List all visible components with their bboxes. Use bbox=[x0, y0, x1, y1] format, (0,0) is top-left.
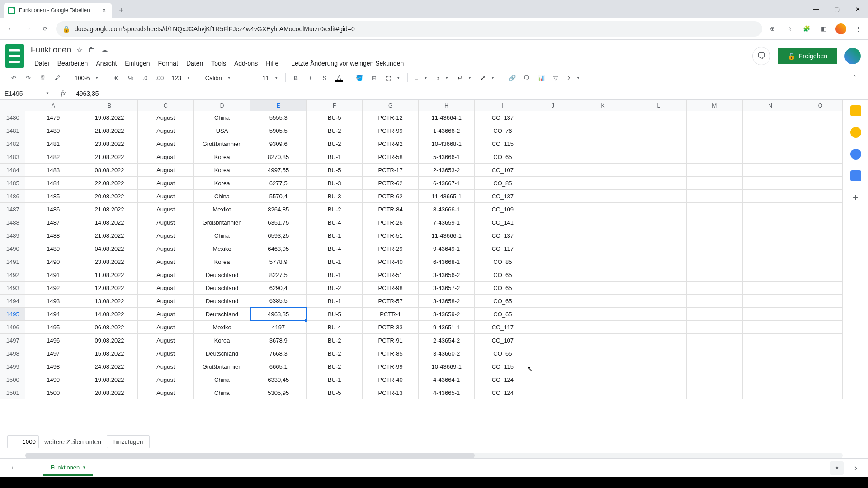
cell[interactable] bbox=[631, 268, 686, 282]
cell[interactable]: 1479 bbox=[25, 111, 81, 124]
cell[interactable] bbox=[631, 347, 686, 360]
cell[interactable]: Deutschland bbox=[193, 347, 250, 360]
font-size-select[interactable]: 11 bbox=[259, 71, 282, 84]
font-select[interactable]: Calibri bbox=[202, 71, 251, 84]
cell[interactable]: Großbritannien bbox=[193, 216, 250, 229]
row-header[interactable]: 1490 bbox=[0, 242, 25, 255]
text-rotation-button[interactable]: ⤢ bbox=[477, 71, 498, 84]
cell[interactable]: 1489 bbox=[25, 242, 81, 255]
cell[interactable] bbox=[798, 360, 842, 373]
bold-button[interactable]: B bbox=[289, 71, 302, 84]
insert-comment-button[interactable]: 🗨 bbox=[520, 71, 533, 84]
cell[interactable]: 1484 bbox=[25, 177, 81, 190]
cell[interactable]: 1480 bbox=[25, 124, 81, 137]
cell[interactable]: PCTR-26 bbox=[363, 216, 419, 229]
cell[interactable] bbox=[742, 373, 798, 386]
column-header-C[interactable]: C bbox=[137, 100, 193, 111]
cell[interactable] bbox=[687, 373, 742, 386]
row-header[interactable]: 1480 bbox=[0, 111, 25, 124]
cell[interactable] bbox=[575, 268, 631, 282]
fill-color-button[interactable]: 🪣 bbox=[353, 71, 366, 84]
cell[interactable]: CO_107 bbox=[475, 334, 531, 347]
cell[interactable] bbox=[631, 308, 686, 321]
cell[interactable]: 4997,55 bbox=[250, 164, 307, 177]
cell[interactable]: BU-1 bbox=[307, 150, 363, 164]
cell[interactable]: PCTR-62 bbox=[363, 190, 419, 203]
text-color-button[interactable]: A bbox=[333, 71, 345, 84]
number-format-select[interactable]: 123 bbox=[168, 71, 194, 84]
cell[interactable] bbox=[531, 216, 575, 229]
cell[interactable] bbox=[575, 111, 631, 124]
cell[interactable] bbox=[631, 203, 686, 216]
cell[interactable]: CO_85 bbox=[475, 255, 531, 268]
cell[interactable]: CO_65 bbox=[475, 268, 531, 282]
cell[interactable]: 9309,6 bbox=[250, 137, 307, 150]
cell[interactable] bbox=[631, 229, 686, 242]
cell[interactable] bbox=[575, 229, 631, 242]
cell[interactable]: 3-43657-2 bbox=[419, 282, 475, 295]
cell[interactable] bbox=[687, 229, 742, 242]
cell[interactable] bbox=[742, 308, 798, 321]
cell[interactable]: PCTR-33 bbox=[363, 321, 419, 334]
cell[interactable]: PCTR-99 bbox=[363, 124, 419, 137]
cell[interactable] bbox=[742, 268, 798, 282]
cell[interactable]: 1485 bbox=[25, 190, 81, 203]
row-header[interactable]: 1486 bbox=[0, 190, 25, 203]
cell[interactable]: Mexiko bbox=[193, 321, 250, 334]
cell[interactable]: BU-2 bbox=[307, 203, 363, 216]
row-header[interactable]: 1491 bbox=[0, 255, 25, 268]
cell[interactable]: 6351,75 bbox=[250, 216, 307, 229]
cell[interactable]: 3-43660-2 bbox=[419, 347, 475, 360]
cell[interactable]: 1493 bbox=[25, 295, 81, 308]
strikethrough-button[interactable]: S bbox=[318, 71, 331, 84]
cell[interactable] bbox=[575, 216, 631, 229]
row-header[interactable]: 1496 bbox=[0, 321, 25, 334]
column-header-K[interactable]: K bbox=[575, 100, 631, 111]
cell[interactable] bbox=[798, 164, 842, 177]
cell[interactable] bbox=[631, 255, 686, 268]
cell[interactable] bbox=[575, 137, 631, 150]
print-button[interactable]: 🖶 bbox=[36, 71, 49, 84]
cell[interactable]: 8-43666-1 bbox=[419, 203, 475, 216]
cell[interactable]: 09.08.2022 bbox=[81, 334, 138, 347]
cell[interactable]: 5-43666-1 bbox=[419, 150, 475, 164]
cell[interactable] bbox=[575, 334, 631, 347]
cell[interactable] bbox=[575, 124, 631, 137]
cell[interactable]: August bbox=[137, 373, 193, 386]
cell[interactable] bbox=[798, 334, 842, 347]
cell[interactable]: Deutschland bbox=[193, 308, 250, 321]
cell[interactable] bbox=[798, 229, 842, 242]
search-icon[interactable]: ⊕ bbox=[767, 23, 778, 34]
cell[interactable]: CO_85 bbox=[475, 177, 531, 190]
cell[interactable] bbox=[742, 216, 798, 229]
redo-button[interactable]: ↷ bbox=[22, 71, 34, 84]
cell[interactable]: China bbox=[193, 386, 250, 399]
cell[interactable]: 1486 bbox=[25, 203, 81, 216]
cell[interactable]: PCTR-17 bbox=[363, 164, 419, 177]
cell[interactable]: 1-43666-2 bbox=[419, 124, 475, 137]
cell[interactable]: August bbox=[137, 229, 193, 242]
add-addon-button[interactable]: + bbox=[853, 192, 859, 204]
cell[interactable]: 15.08.2022 bbox=[81, 347, 138, 360]
cell[interactable] bbox=[575, 164, 631, 177]
cell[interactable]: 1496 bbox=[25, 334, 81, 347]
cell[interactable] bbox=[742, 150, 798, 164]
cell[interactable] bbox=[687, 124, 742, 137]
cell[interactable]: 11-43666-1 bbox=[419, 229, 475, 242]
cell[interactable]: 19.08.2022 bbox=[81, 111, 138, 124]
cell[interactable]: 1481 bbox=[25, 137, 81, 150]
menu-ansicht[interactable]: Ansicht bbox=[92, 58, 120, 69]
cell[interactable] bbox=[687, 268, 742, 282]
cell[interactable]: Korea bbox=[193, 164, 250, 177]
cell[interactable] bbox=[798, 282, 842, 295]
cell[interactable] bbox=[687, 216, 742, 229]
cell[interactable]: 21.08.2022 bbox=[81, 203, 138, 216]
cell[interactable] bbox=[742, 255, 798, 268]
document-title[interactable]: Funktionen bbox=[31, 45, 71, 55]
cell[interactable] bbox=[575, 360, 631, 373]
cell[interactable] bbox=[687, 137, 742, 150]
cell[interactable] bbox=[631, 334, 686, 347]
cell[interactable]: PCTR-58 bbox=[363, 150, 419, 164]
paint-format-button[interactable]: 🖌 bbox=[51, 71, 63, 84]
cell[interactable]: August bbox=[137, 177, 193, 190]
